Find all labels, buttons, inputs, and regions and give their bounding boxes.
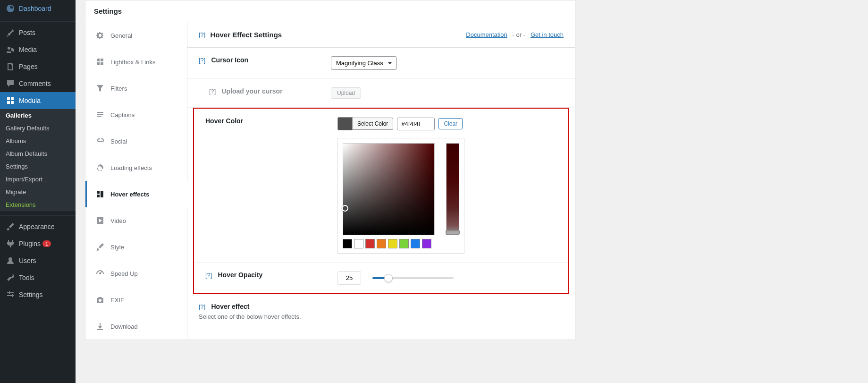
sidebar-item-comments[interactable]: Comments: [0, 75, 76, 92]
field-label: Hover Color: [205, 117, 243, 125]
tab-download[interactable]: Download: [85, 313, 187, 340]
submenu-gallery-defaults[interactable]: Gallery Defaults: [0, 122, 76, 135]
main-area: Settings General Lightbox & Links Filter…: [76, 0, 585, 383]
help-icon[interactable]: [?]: [199, 57, 205, 64]
hue-handle[interactable]: [446, 230, 460, 235]
update-badge: 1: [42, 240, 51, 247]
hex-input[interactable]: [397, 118, 435, 130]
upload-button[interactable]: Upload: [331, 87, 361, 99]
tab-exif[interactable]: EXIF: [85, 287, 187, 313]
sidebar-item-modula[interactable]: Modula: [0, 92, 76, 109]
opacity-input[interactable]: [337, 271, 361, 285]
preset-swatches: [343, 239, 435, 248]
clear-button[interactable]: Clear: [438, 118, 463, 129]
field-label: Upload your cursor: [221, 87, 282, 95]
sidebar-item-users[interactable]: Users: [0, 252, 76, 269]
sliders-icon: [6, 290, 15, 299]
help-icon[interactable]: [?]: [209, 88, 216, 95]
tab-style[interactable]: Style: [85, 234, 187, 260]
sidebar-label: Tools: [19, 274, 34, 281]
submenu-albums[interactable]: Albums: [0, 135, 76, 147]
help-icon[interactable]: [?]: [205, 272, 212, 279]
get-in-touch-link[interactable]: Get in touch: [531, 31, 564, 38]
settings-card: Settings General Lightbox & Links Filter…: [85, 0, 575, 340]
settings-tabs: General Lightbox & Links Filters Caption…: [85, 22, 187, 340]
wrench-icon: [6, 273, 15, 282]
tab-hover[interactable]: Hover effects: [85, 181, 187, 207]
media-icon: [6, 45, 15, 54]
gear-icon: [95, 31, 105, 40]
play-icon: [95, 216, 105, 225]
swatch-white[interactable]: [354, 239, 363, 248]
sidebar-label: Comments: [19, 80, 51, 87]
sidebar-item-media[interactable]: Media: [0, 41, 76, 58]
submenu-galleries[interactable]: Galleries: [0, 109, 76, 122]
submenu-migrate[interactable]: Migrate: [0, 186, 76, 198]
submenu-album-defaults[interactable]: Album Defaults: [0, 147, 76, 160]
submenu-extensions[interactable]: Extensions: [0, 198, 76, 211]
swatch-blue[interactable]: [411, 239, 420, 248]
saturation-handle[interactable]: [342, 205, 348, 212]
submenu-import-export[interactable]: Import/Export: [0, 173, 76, 186]
swatch-purple[interactable]: [422, 239, 431, 248]
tab-general[interactable]: General: [85, 22, 187, 49]
comments-icon: [6, 79, 15, 88]
select-color-button[interactable]: Select Color: [353, 118, 393, 130]
documentation-link[interactable]: Documentation: [466, 31, 507, 38]
sidebar-item-tools[interactable]: Tools: [0, 269, 76, 286]
sidebar-label: Posts: [19, 29, 35, 36]
tab-captions[interactable]: Captions: [85, 102, 187, 128]
row-hover-color: Hover Color Select Color Clear: [194, 109, 568, 263]
tab-social[interactable]: Social: [85, 128, 187, 154]
sidebar-item-plugins[interactable]: Plugins 1: [0, 235, 76, 252]
section-header: [?] Hover Effect Settings Documentation …: [187, 22, 575, 48]
sidebar-item-dashboard[interactable]: Dashboard: [0, 0, 76, 17]
camera-icon: [95, 295, 105, 305]
swatch-black[interactable]: [343, 239, 352, 248]
tab-speed[interactable]: Speed Up: [85, 260, 187, 287]
help-icon[interactable]: [?]: [199, 31, 205, 38]
tab-lightbox[interactable]: Lightbox & Links: [85, 49, 187, 75]
grid-icon: [95, 57, 105, 67]
sidebar-label: Users: [19, 257, 36, 264]
swatch-yellow[interactable]: [388, 239, 397, 248]
sidebar-item-pages[interactable]: Pages: [0, 58, 76, 75]
plug-icon: [6, 239, 15, 248]
link-icon: [95, 136, 105, 146]
hue-slider[interactable]: [446, 143, 459, 235]
tab-filters[interactable]: Filters: [85, 75, 187, 102]
field-label: Hover effect: [211, 303, 249, 310]
tab-video[interactable]: Video: [85, 207, 187, 234]
pin-icon: [6, 28, 15, 37]
saturation-panel[interactable]: [343, 143, 435, 235]
swatch-green[interactable]: [399, 239, 409, 248]
settings-title: Settings: [85, 0, 575, 22]
submenu-settings[interactable]: Settings: [0, 160, 76, 173]
hover-icon: [95, 189, 105, 199]
field-label: Hover Opacity: [218, 271, 262, 279]
user-icon: [6, 256, 15, 265]
modula-icon: [6, 96, 15, 105]
section-title: Hover Effect Settings: [210, 31, 282, 39]
sidebar-label: Dashboard: [19, 5, 51, 12]
opacity-slider[interactable]: [372, 277, 454, 279]
highlighted-section: Hover Color Select Color Clear: [193, 108, 569, 294]
slider-thumb[interactable]: [384, 274, 393, 282]
sidebar-label: Modula: [19, 97, 41, 104]
sidebar-item-posts[interactable]: Posts: [0, 24, 76, 41]
help-icon[interactable]: [?]: [199, 303, 205, 310]
color-picker: [337, 138, 464, 254]
sidebar-item-settings[interactable]: Settings: [0, 286, 76, 303]
tab-loading[interactable]: Loading effects: [85, 154, 187, 181]
sidebar-label: Appearance: [19, 223, 55, 230]
sidebar-item-appearance[interactable]: Appearance: [0, 218, 76, 235]
field-label: Cursor Icon: [211, 56, 248, 64]
swatch-orange[interactable]: [377, 239, 386, 248]
pages-icon: [6, 62, 15, 71]
cursor-icon-select[interactable]: Magnifying Glass: [331, 56, 397, 70]
row-cursor-icon: [?] Cursor Icon Magnifying Glass: [187, 48, 575, 79]
brush-icon: [95, 242, 105, 252]
field-description: Select one of the below hover effects.: [199, 313, 301, 320]
swatch-red[interactable]: [365, 239, 375, 248]
tab-content: [?] Hover Effect Settings Documentation …: [187, 22, 575, 340]
